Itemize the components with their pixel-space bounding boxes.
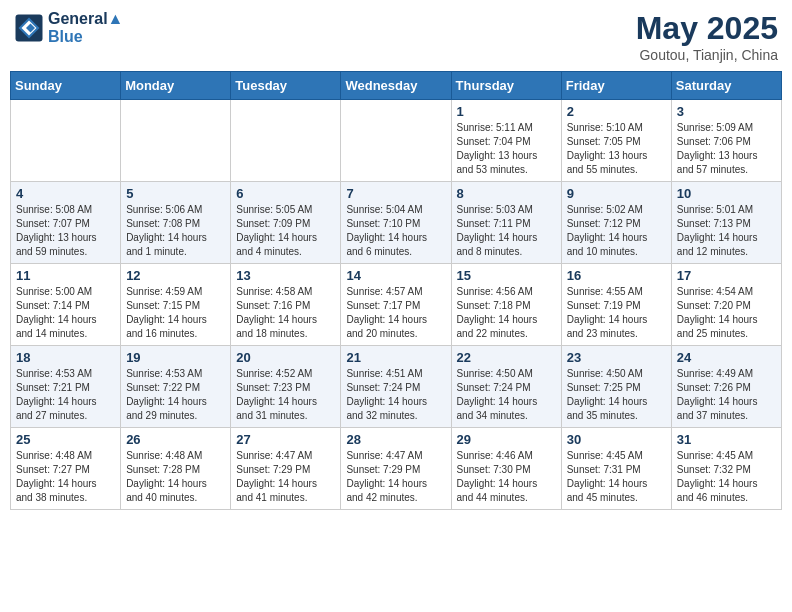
day-info: Sunrise: 4:53 AMSunset: 7:21 PMDaylight:… [16,367,115,423]
calendar-cell: 1Sunrise: 5:11 AMSunset: 7:04 PMDaylight… [451,100,561,182]
day-number: 20 [236,350,335,365]
calendar-table: SundayMondayTuesdayWednesdayThursdayFrid… [10,71,782,510]
day-number: 1 [457,104,556,119]
day-info: Sunrise: 5:05 AMSunset: 7:09 PMDaylight:… [236,203,335,259]
calendar-cell: 17Sunrise: 4:54 AMSunset: 7:20 PMDayligh… [671,264,781,346]
calendar-cell [11,100,121,182]
calendar-cell: 28Sunrise: 4:47 AMSunset: 7:29 PMDayligh… [341,428,451,510]
day-number: 8 [457,186,556,201]
day-info: Sunrise: 4:56 AMSunset: 7:18 PMDaylight:… [457,285,556,341]
calendar-cell: 12Sunrise: 4:59 AMSunset: 7:15 PMDayligh… [121,264,231,346]
day-info: Sunrise: 5:04 AMSunset: 7:10 PMDaylight:… [346,203,445,259]
day-info: Sunrise: 5:03 AMSunset: 7:11 PMDaylight:… [457,203,556,259]
day-number: 12 [126,268,225,283]
calendar-cell: 14Sunrise: 4:57 AMSunset: 7:17 PMDayligh… [341,264,451,346]
calendar-week-row: 11Sunrise: 5:00 AMSunset: 7:14 PMDayligh… [11,264,782,346]
day-info: Sunrise: 4:55 AMSunset: 7:19 PMDaylight:… [567,285,666,341]
column-header-thursday: Thursday [451,72,561,100]
page-header: General▲ Blue May 2025 Goutou, Tianjin, … [10,10,782,63]
day-number: 6 [236,186,335,201]
column-header-tuesday: Tuesday [231,72,341,100]
calendar-cell: 4Sunrise: 5:08 AMSunset: 7:07 PMDaylight… [11,182,121,264]
day-number: 30 [567,432,666,447]
logo: General▲ Blue [14,10,123,46]
day-number: 18 [16,350,115,365]
calendar-header-row: SundayMondayTuesdayWednesdayThursdayFrid… [11,72,782,100]
day-number: 26 [126,432,225,447]
day-number: 14 [346,268,445,283]
day-number: 16 [567,268,666,283]
day-info: Sunrise: 4:45 AMSunset: 7:31 PMDaylight:… [567,449,666,505]
day-info: Sunrise: 4:57 AMSunset: 7:17 PMDaylight:… [346,285,445,341]
calendar-cell: 13Sunrise: 4:58 AMSunset: 7:16 PMDayligh… [231,264,341,346]
day-info: Sunrise: 5:01 AMSunset: 7:13 PMDaylight:… [677,203,776,259]
day-info: Sunrise: 4:50 AMSunset: 7:24 PMDaylight:… [457,367,556,423]
day-number: 19 [126,350,225,365]
day-number: 4 [16,186,115,201]
logo-text: General▲ Blue [48,10,123,46]
day-info: Sunrise: 4:45 AMSunset: 7:32 PMDaylight:… [677,449,776,505]
day-info: Sunrise: 4:47 AMSunset: 7:29 PMDaylight:… [346,449,445,505]
day-info: Sunrise: 5:06 AMSunset: 7:08 PMDaylight:… [126,203,225,259]
calendar-cell: 26Sunrise: 4:48 AMSunset: 7:28 PMDayligh… [121,428,231,510]
day-number: 28 [346,432,445,447]
day-number: 25 [16,432,115,447]
calendar-cell: 6Sunrise: 5:05 AMSunset: 7:09 PMDaylight… [231,182,341,264]
calendar-cell: 25Sunrise: 4:48 AMSunset: 7:27 PMDayligh… [11,428,121,510]
day-info: Sunrise: 4:50 AMSunset: 7:25 PMDaylight:… [567,367,666,423]
title-block: May 2025 Goutou, Tianjin, China [636,10,778,63]
day-number: 11 [16,268,115,283]
day-number: 9 [567,186,666,201]
day-info: Sunrise: 4:53 AMSunset: 7:22 PMDaylight:… [126,367,225,423]
calendar-week-row: 1Sunrise: 5:11 AMSunset: 7:04 PMDaylight… [11,100,782,182]
calendar-cell: 16Sunrise: 4:55 AMSunset: 7:19 PMDayligh… [561,264,671,346]
calendar-cell: 24Sunrise: 4:49 AMSunset: 7:26 PMDayligh… [671,346,781,428]
calendar-cell: 8Sunrise: 5:03 AMSunset: 7:11 PMDaylight… [451,182,561,264]
day-number: 7 [346,186,445,201]
day-number: 31 [677,432,776,447]
calendar-week-row: 25Sunrise: 4:48 AMSunset: 7:27 PMDayligh… [11,428,782,510]
main-title: May 2025 [636,10,778,47]
day-number: 3 [677,104,776,119]
day-number: 24 [677,350,776,365]
day-number: 29 [457,432,556,447]
day-number: 13 [236,268,335,283]
day-info: Sunrise: 4:48 AMSunset: 7:28 PMDaylight:… [126,449,225,505]
calendar-cell: 7Sunrise: 5:04 AMSunset: 7:10 PMDaylight… [341,182,451,264]
day-number: 27 [236,432,335,447]
day-number: 10 [677,186,776,201]
day-number: 15 [457,268,556,283]
column-header-saturday: Saturday [671,72,781,100]
calendar-cell: 22Sunrise: 4:50 AMSunset: 7:24 PMDayligh… [451,346,561,428]
calendar-cell: 2Sunrise: 5:10 AMSunset: 7:05 PMDaylight… [561,100,671,182]
day-info: Sunrise: 4:48 AMSunset: 7:27 PMDaylight:… [16,449,115,505]
calendar-cell: 21Sunrise: 4:51 AMSunset: 7:24 PMDayligh… [341,346,451,428]
day-info: Sunrise: 5:00 AMSunset: 7:14 PMDaylight:… [16,285,115,341]
column-header-wednesday: Wednesday [341,72,451,100]
day-info: Sunrise: 4:47 AMSunset: 7:29 PMDaylight:… [236,449,335,505]
calendar-cell: 27Sunrise: 4:47 AMSunset: 7:29 PMDayligh… [231,428,341,510]
day-info: Sunrise: 4:59 AMSunset: 7:15 PMDaylight:… [126,285,225,341]
calendar-cell [231,100,341,182]
calendar-cell: 29Sunrise: 4:46 AMSunset: 7:30 PMDayligh… [451,428,561,510]
day-info: Sunrise: 4:58 AMSunset: 7:16 PMDaylight:… [236,285,335,341]
day-number: 5 [126,186,225,201]
day-info: Sunrise: 5:02 AMSunset: 7:12 PMDaylight:… [567,203,666,259]
calendar-cell: 10Sunrise: 5:01 AMSunset: 7:13 PMDayligh… [671,182,781,264]
logo-icon [14,13,44,43]
day-info: Sunrise: 4:52 AMSunset: 7:23 PMDaylight:… [236,367,335,423]
day-info: Sunrise: 5:11 AMSunset: 7:04 PMDaylight:… [457,121,556,177]
calendar-week-row: 18Sunrise: 4:53 AMSunset: 7:21 PMDayligh… [11,346,782,428]
calendar-cell: 15Sunrise: 4:56 AMSunset: 7:18 PMDayligh… [451,264,561,346]
calendar-cell: 23Sunrise: 4:50 AMSunset: 7:25 PMDayligh… [561,346,671,428]
calendar-cell: 9Sunrise: 5:02 AMSunset: 7:12 PMDaylight… [561,182,671,264]
calendar-cell: 19Sunrise: 4:53 AMSunset: 7:22 PMDayligh… [121,346,231,428]
day-info: Sunrise: 4:54 AMSunset: 7:20 PMDaylight:… [677,285,776,341]
column-header-sunday: Sunday [11,72,121,100]
calendar-cell: 31Sunrise: 4:45 AMSunset: 7:32 PMDayligh… [671,428,781,510]
day-number: 23 [567,350,666,365]
calendar-cell [341,100,451,182]
subtitle: Goutou, Tianjin, China [636,47,778,63]
day-number: 17 [677,268,776,283]
column-header-monday: Monday [121,72,231,100]
